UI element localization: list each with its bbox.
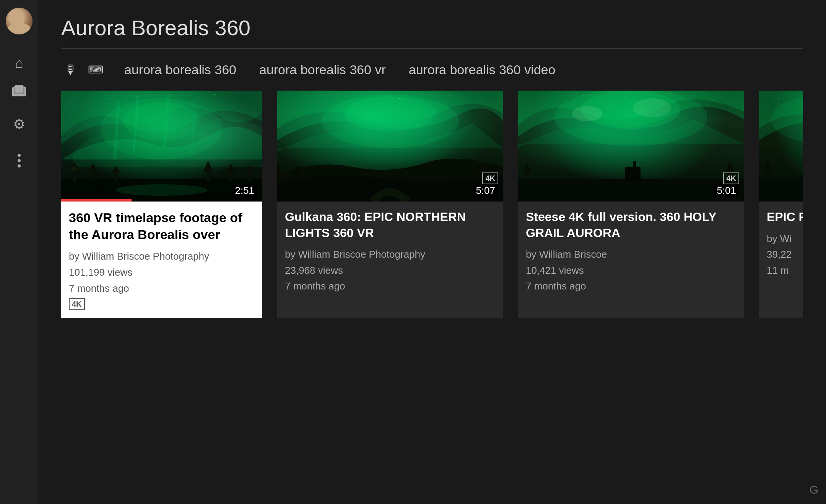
svg-marker-58 bbox=[523, 163, 532, 173]
video-views-1: 101,199 views bbox=[69, 265, 254, 281]
bottom-right-indicator: G bbox=[810, 483, 818, 496]
video-info-4: EPIC FOO by Wi 39,22 11 m bbox=[759, 202, 803, 286]
more-dots-icon bbox=[18, 154, 21, 167]
video-thumbnail-1: 2:51 bbox=[61, 91, 262, 202]
search-suggestions: 🎙 ⌨ aurora borealis 360 aurora borealis … bbox=[61, 60, 803, 79]
svg-marker-67 bbox=[764, 159, 772, 170]
video-info-1: 360 VR timelapse footage of the Aurora B… bbox=[61, 202, 262, 318]
video-card-1[interactable]: 2:51 360 VR timelapse footage of the Aur… bbox=[61, 91, 262, 318]
mic-icon: 🎙 bbox=[64, 62, 77, 77]
progress-bar-1 bbox=[61, 199, 132, 202]
video-age-3: 7 months ago bbox=[526, 278, 736, 294]
video-card-2[interactable]: 5:07 4K Gulkana 360: EPIC NORTHERN LIGHT… bbox=[277, 91, 503, 318]
video-info-3: Steese 4K full version. 360 HOLY GRAIL A… bbox=[518, 202, 744, 302]
main-content: Aurora Borealis 360 🎙 ⌨ aurora borealis … bbox=[38, 0, 826, 504]
video-title-1: 360 VR timelapse footage of the Aurora B… bbox=[69, 209, 254, 243]
video-views-3: 10,421 views bbox=[526, 263, 736, 279]
video-card-4[interactable]: EPIC FOO by Wi 39,22 11 m bbox=[759, 91, 803, 318]
svg-rect-56 bbox=[633, 161, 636, 169]
video-thumbnail-4 bbox=[759, 91, 803, 202]
video-age-2: 7 months ago bbox=[285, 278, 495, 294]
sidebar-item-subscriptions[interactable] bbox=[6, 82, 33, 105]
svg-rect-2 bbox=[15, 85, 23, 93]
svg-point-29 bbox=[115, 184, 207, 196]
video-views-4: 39,22 bbox=[767, 247, 803, 263]
video-title-3: Steese 4K full version. 360 HOLY GRAIL A… bbox=[526, 209, 736, 241]
keyboard-icon: ⌨ bbox=[88, 63, 103, 76]
keyboard-button[interactable]: ⌨ bbox=[86, 60, 105, 79]
suggestion-chip-3[interactable]: aurora borealis 360 video bbox=[405, 60, 559, 79]
suggestion-chip-2[interactable]: aurora borealis 360 vr bbox=[255, 60, 390, 79]
video-duration-3: 5:01 bbox=[714, 184, 739, 198]
svg-rect-55 bbox=[625, 167, 641, 182]
video-meta-3: by William Briscoe 10,421 views 7 months… bbox=[526, 247, 736, 294]
video-duration-2: 5:07 bbox=[473, 184, 498, 198]
search-input-icons: 🎙 ⌨ bbox=[61, 60, 105, 79]
sidebar-item-home[interactable]: ⌂ bbox=[6, 52, 33, 75]
svg-point-52 bbox=[572, 106, 602, 121]
svg-marker-38 bbox=[277, 163, 281, 171]
video-badge-4k-3: 4K bbox=[723, 172, 739, 184]
sidebar-item-more[interactable] bbox=[6, 149, 33, 172]
gear-icon: ⚙ bbox=[13, 116, 25, 132]
videos-grid: 2:51 360 VR timelapse footage of the Aur… bbox=[61, 91, 803, 318]
video-title-2: Gulkana 360: EPIC NORTHERN LIGHTS 360 VR bbox=[285, 209, 495, 241]
search-header: Aurora Borealis 360 🎙 ⌨ aurora borealis … bbox=[61, 15, 803, 79]
sidebar-item-settings[interactable]: ⚙ bbox=[6, 113, 33, 136]
sidebar: ⌂ ⚙ bbox=[0, 0, 38, 504]
video-meta-2: by William Briscoe Photography 23,968 vi… bbox=[285, 247, 495, 294]
svg-point-53 bbox=[633, 98, 671, 117]
subscriptions-icon bbox=[11, 85, 27, 103]
home-icon: ⌂ bbox=[15, 55, 23, 71]
video-channel-1: by William Briscoe Photography bbox=[69, 249, 254, 265]
avatar[interactable] bbox=[6, 8, 33, 34]
video-badge-4k-1: 4K bbox=[69, 298, 85, 310]
video-channel-2: by William Briscoe Photography bbox=[285, 247, 495, 263]
video-age-4: 11 m bbox=[767, 263, 803, 279]
video-meta-1: by William Briscoe Photography 101,199 v… bbox=[69, 249, 254, 296]
video-card-3[interactable]: 5:01 4K Steese 4K full version. 360 HOLY… bbox=[518, 91, 744, 318]
video-age-1: 7 months ago bbox=[69, 281, 254, 297]
mic-button[interactable]: 🎙 bbox=[61, 60, 80, 79]
svg-rect-65 bbox=[759, 177, 803, 202]
video-channel-3: by William Briscoe bbox=[526, 247, 736, 263]
video-thumbnail-2: 5:07 4K bbox=[277, 91, 503, 202]
svg-marker-60 bbox=[725, 161, 734, 172]
video-info-2: Gulkana 360: EPIC NORTHERN LIGHTS 360 VR… bbox=[277, 202, 503, 302]
video-badge-4k-2: 4K bbox=[482, 172, 498, 184]
search-divider bbox=[61, 48, 803, 49]
video-channel-4: by Wi bbox=[767, 231, 803, 247]
suggestion-chip-1[interactable]: aurora borealis 360 bbox=[120, 60, 240, 79]
video-thumbnail-3: 5:01 4K bbox=[518, 91, 744, 202]
video-title-4: EPIC FOO bbox=[767, 209, 803, 225]
video-views-2: 23,968 views bbox=[285, 263, 495, 279]
video-meta-4: by Wi 39,22 11 m bbox=[767, 231, 803, 279]
svg-point-36 bbox=[344, 96, 436, 131]
video-duration-1: 2:51 bbox=[232, 184, 257, 198]
search-title: Aurora Borealis 360 bbox=[61, 15, 803, 40]
